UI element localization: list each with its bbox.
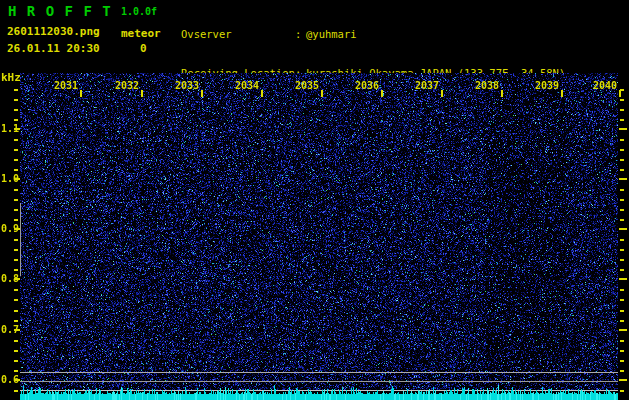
freq-minor-tick-right — [620, 259, 624, 261]
freq-minor-tick-right — [620, 320, 624, 322]
time-tick — [619, 90, 621, 97]
freq-minor-tick-right — [620, 350, 624, 352]
freq-minor-tick-left — [14, 219, 18, 221]
freq-minor-tick-right — [620, 99, 624, 101]
freq-minor-tick-left — [14, 109, 18, 111]
freq-minor-tick-right — [620, 390, 624, 392]
freq-label-0-8: 0.8 — [0, 273, 19, 284]
freq-minor-tick-left — [14, 149, 18, 151]
freq-label-1-1: 1.1 — [0, 123, 19, 134]
time-label-2037: 2037 — [411, 80, 443, 91]
freq-minor-tick-right — [620, 360, 624, 362]
time-label-2036: 2036 — [351, 80, 383, 91]
freq-minor-tick-left — [14, 390, 18, 392]
freq-minor-tick-right — [620, 340, 624, 342]
freq-minor-tick-left — [14, 289, 18, 291]
freq-minor-tick-left — [14, 350, 18, 352]
freq-major-tick-right — [619, 379, 627, 381]
freq-minor-tick-left — [14, 249, 18, 251]
freq-minor-tick-left — [14, 320, 18, 322]
freq-minor-tick-right — [620, 239, 624, 241]
freq-major-tick-right — [619, 178, 627, 180]
freq-minor-tick-right — [620, 119, 624, 121]
hrofft-window: H R O F F T 1.0.0f 2601112030.png meteor… — [0, 0, 629, 400]
freq-minor-tick-right — [620, 139, 624, 141]
freq-minor-tick-left — [14, 189, 18, 191]
freq-minor-tick-right — [620, 209, 624, 211]
time-label-2033: 2033 — [171, 80, 203, 91]
freq-minor-tick-right — [620, 159, 624, 161]
freq-major-tick-right — [619, 278, 627, 280]
info-value: @yuhmari — [306, 28, 357, 41]
time-label-2034: 2034 — [231, 80, 263, 91]
freq-minor-tick-left — [14, 119, 18, 121]
time-label-2035: 2035 — [291, 80, 323, 91]
freq-minor-tick-right — [620, 109, 624, 111]
app-version: 1.0.0f — [121, 6, 157, 17]
info-row-observer: Ovserver:@yuhmari — [181, 28, 565, 41]
freq-minor-tick-right — [620, 370, 624, 372]
time-label-2040: 2040 — [589, 80, 621, 91]
freq-minor-tick-left — [14, 239, 18, 241]
freq-minor-tick-right — [620, 299, 624, 301]
freq-minor-tick-right — [620, 169, 624, 171]
info-separator: : — [295, 28, 306, 41]
freq-minor-tick-left — [14, 360, 18, 362]
freq-minor-tick-left — [14, 310, 18, 312]
time-label-2032: 2032 — [111, 80, 143, 91]
freq-minor-tick-left — [14, 199, 18, 201]
freq-minor-tick-left — [14, 89, 18, 91]
freq-major-tick-right — [619, 228, 627, 230]
spectrogram-canvas — [20, 73, 618, 400]
output-filename: 2601112030.png — [7, 25, 100, 38]
freq-minor-tick-left — [14, 169, 18, 171]
freq-minor-tick-left — [14, 370, 18, 372]
freq-label-0-6: 0.6 — [0, 374, 19, 385]
freq-major-tick-right — [619, 128, 627, 130]
freq-minor-tick-left — [14, 139, 18, 141]
freq-label-0-7: 0.7 — [0, 324, 19, 335]
freq-minor-tick-left — [14, 159, 18, 161]
meteor-count-value: 0 — [140, 42, 147, 55]
freq-minor-tick-right — [620, 199, 624, 201]
freq-minor-tick-left — [14, 299, 18, 301]
freq-minor-tick-left — [14, 209, 18, 211]
freq-minor-tick-right — [620, 189, 624, 191]
meteor-count-label: meteor — [121, 27, 161, 40]
freq-minor-tick-right — [620, 269, 624, 271]
time-label-2039: 2039 — [531, 80, 563, 91]
time-label-2038: 2038 — [471, 80, 503, 91]
time-label-2031: 2031 — [50, 80, 82, 91]
freq-minor-tick-left — [14, 340, 18, 342]
freq-minor-tick-right — [620, 289, 624, 291]
freq-minor-tick-right — [620, 219, 624, 221]
freq-minor-tick-right — [620, 149, 624, 151]
observation-datetime: 26.01.11 20:30 — [7, 42, 100, 55]
freq-label-1-0: 1.0 — [0, 173, 19, 184]
freq-axis-unit-label: kHz — [1, 71, 21, 84]
freq-minor-tick-left — [14, 269, 18, 271]
freq-minor-tick-right — [620, 310, 624, 312]
freq-minor-tick-left — [14, 259, 18, 261]
freq-minor-tick-right — [620, 249, 624, 251]
app-title: H R O F F T — [8, 3, 112, 19]
freq-minor-tick-left — [14, 99, 18, 101]
freq-major-tick-right — [619, 329, 627, 331]
freq-label-0-9: 0.9 — [0, 223, 19, 234]
info-label: Ovserver — [181, 28, 295, 41]
